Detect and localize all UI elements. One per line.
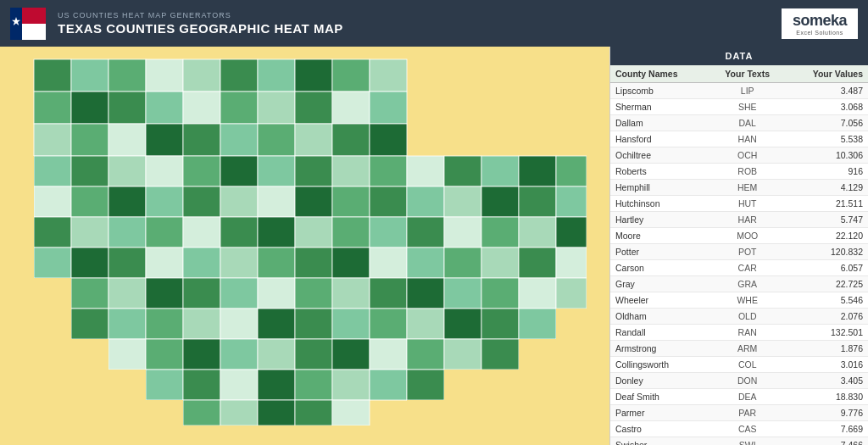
cell-county-name: Sherman xyxy=(610,99,709,115)
svg-rect-114 xyxy=(183,309,220,339)
svg-rect-9 xyxy=(108,59,146,92)
table-row: ParmerPAR9.776 xyxy=(610,405,868,421)
svg-rect-119 xyxy=(370,309,407,339)
svg-rect-50 xyxy=(519,156,556,186)
svg-rect-7 xyxy=(34,59,71,92)
svg-rect-94 xyxy=(481,248,519,278)
svg-rect-161 xyxy=(183,426,220,441)
svg-rect-164 xyxy=(71,339,108,441)
svg-rect-85 xyxy=(146,248,183,278)
svg-rect-135 xyxy=(146,370,183,400)
cell-your-value: 1.876 xyxy=(785,341,868,357)
svg-rect-100 xyxy=(183,278,220,309)
svg-rect-1 xyxy=(22,8,46,24)
svg-rect-31 xyxy=(183,124,220,156)
header-title: TEXAS COUNTIES GEOGRAPHIC HEAT MAP xyxy=(58,21,343,36)
logo-tagline: Excel Solutions xyxy=(796,30,843,36)
data-panel-title: DATA xyxy=(610,47,868,65)
svg-rect-67 xyxy=(34,217,71,248)
cell-your-value: 5.538 xyxy=(785,131,868,147)
cell-your-text: PAR xyxy=(709,405,785,421)
svg-rect-35 xyxy=(332,124,370,156)
table-row: CastroCAS7.669 xyxy=(610,421,868,437)
cell-county-name: Randall xyxy=(610,325,709,341)
svg-rect-104 xyxy=(332,278,370,309)
svg-rect-36 xyxy=(370,124,407,156)
svg-rect-133 xyxy=(444,339,481,370)
cell-your-value: 10.306 xyxy=(785,147,868,164)
cell-your-value: 5.747 xyxy=(785,212,868,228)
cell-your-value: 2.076 xyxy=(785,309,868,325)
svg-rect-42 xyxy=(220,156,258,186)
cell-county-name: Swisher xyxy=(610,437,709,446)
svg-rect-136 xyxy=(183,370,220,400)
table-row: ArmstrongARM1.876 xyxy=(610,341,868,357)
svg-rect-149 xyxy=(17,278,71,441)
cell-your-value: 120.832 xyxy=(785,244,868,260)
svg-rect-146 xyxy=(295,400,332,426)
svg-rect-26 xyxy=(370,92,407,124)
cell-your-value: 9.776 xyxy=(785,405,868,421)
svg-rect-112 xyxy=(108,309,146,339)
svg-rect-99 xyxy=(146,278,183,309)
svg-rect-117 xyxy=(295,309,332,339)
svg-rect-127 xyxy=(220,339,258,370)
cell-county-name: Parmer xyxy=(610,405,709,421)
svg-rect-75 xyxy=(332,217,370,248)
svg-rect-101 xyxy=(220,278,258,309)
svg-rect-93 xyxy=(444,248,481,278)
cell-your-value: 7.056 xyxy=(785,115,868,131)
svg-rect-68 xyxy=(71,217,108,248)
svg-rect-62 xyxy=(407,186,444,217)
svg-rect-12 xyxy=(220,59,258,92)
cell-your-text: DEA xyxy=(709,389,785,405)
svg-rect-37 xyxy=(34,156,71,186)
svg-rect-77 xyxy=(407,217,444,248)
svg-rect-126 xyxy=(183,339,220,370)
cell-your-text: OLD xyxy=(709,309,785,325)
table-row: MooreMOO22.120 xyxy=(610,228,868,244)
cell-county-name: Hansford xyxy=(610,131,709,147)
cell-your-value: 6.057 xyxy=(785,260,868,276)
svg-rect-57 xyxy=(220,186,258,217)
svg-rect-21 xyxy=(183,92,220,124)
svg-rect-134 xyxy=(481,339,519,370)
svg-rect-125 xyxy=(146,339,183,370)
svg-rect-55 xyxy=(146,186,183,217)
texas-flag xyxy=(10,8,46,40)
svg-rect-30 xyxy=(146,124,183,156)
cell-your-value: 22.120 xyxy=(785,228,868,244)
svg-rect-145 xyxy=(258,400,295,426)
svg-rect-156 xyxy=(370,426,407,441)
cell-your-value: 18.830 xyxy=(785,389,868,405)
cell-your-value: 3.487 xyxy=(785,83,868,99)
map-svg-container xyxy=(0,47,609,445)
svg-rect-80 xyxy=(519,217,556,248)
svg-rect-25 xyxy=(332,92,370,124)
header-subtitle: US COUNTIES HEAT MAP GENERATORS xyxy=(58,11,343,19)
cell-your-text: HAN xyxy=(709,131,785,147)
brand-logo: someka Excel Solutions xyxy=(782,8,858,39)
cell-county-name: Deaf Smith xyxy=(610,389,709,405)
table-row: Deaf SmithDEA18.830 xyxy=(610,389,868,405)
svg-rect-53 xyxy=(71,186,108,217)
svg-rect-153 xyxy=(481,370,519,441)
svg-rect-81 xyxy=(556,217,587,248)
data-table-wrapper[interactable]: County Names Your Texts Your Values Lips… xyxy=(610,65,868,445)
header-text: US COUNTIES HEAT MAP GENERATORS TEXAS CO… xyxy=(58,11,343,36)
svg-rect-158 xyxy=(295,426,332,441)
cell-your-text: SHE xyxy=(709,99,785,115)
svg-rect-163 xyxy=(108,370,146,441)
svg-rect-147 xyxy=(332,400,370,426)
svg-rect-58 xyxy=(258,186,295,217)
table-row: RandallRAN132.501 xyxy=(610,325,868,341)
cell-your-text: SWI xyxy=(709,437,785,446)
cell-your-text: COL xyxy=(709,357,785,373)
svg-rect-120 xyxy=(407,309,444,339)
svg-rect-86 xyxy=(183,248,220,278)
svg-rect-49 xyxy=(481,156,519,186)
svg-rect-73 xyxy=(258,217,295,248)
svg-rect-124 xyxy=(108,339,146,370)
svg-rect-107 xyxy=(444,278,481,309)
svg-rect-123 xyxy=(519,309,556,339)
